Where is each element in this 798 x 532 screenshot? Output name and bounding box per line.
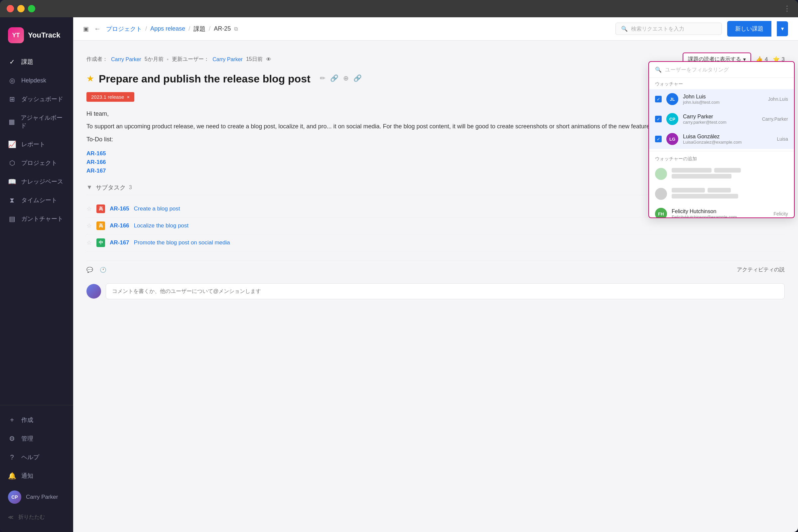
subtask-item: ☆ 高 AR-166 Localize the blog post: [87, 217, 785, 234]
link-icon[interactable]: 🔗: [330, 74, 339, 82]
create-icon: +: [8, 416, 16, 424]
issue-tag[interactable]: 2023.1 release ×: [87, 92, 134, 102]
subtask-item: ☆ 中 AR-167 Promote the blog post on soci…: [87, 234, 785, 251]
user-name: Carry Parker: [26, 494, 58, 500]
page-icon: ▣: [83, 25, 89, 33]
subtask-title-2[interactable]: Localize the blog post: [134, 223, 189, 229]
sidebar-logo: YT YouTrack: [0, 24, 73, 53]
watcher-avatar-felicity: FH: [655, 208, 667, 217]
updater-label: 更新ユーザー：: [172, 56, 209, 63]
subtask-star-2[interactable]: ☆: [87, 222, 92, 229]
watcher-avatar-john: JL: [666, 93, 678, 105]
watcher-add-label: ウォッチャーの追加: [649, 153, 794, 164]
sidebar-item-label: レポート: [21, 140, 45, 148]
subtask-priority-1: 高: [96, 205, 105, 213]
watcher-divider: [649, 151, 794, 151]
blurred-email-1: [672, 174, 732, 178]
history-icon[interactable]: 🕐: [100, 267, 107, 273]
sidebar-item-help[interactable]: ? ヘルプ: [0, 448, 73, 467]
helpdesk-icon: ◎: [8, 76, 16, 84]
sidebar-item-label: Helpdesk: [21, 77, 46, 84]
breadcrumb-section[interactable]: Apps release: [150, 25, 185, 32]
watcher-checkbox-john: ✓: [655, 96, 662, 102]
back-button[interactable]: ←: [94, 25, 101, 33]
minimize-button[interactable]: [17, 5, 25, 12]
creator-link[interactable]: Carry Parker: [111, 57, 141, 62]
watcher-item-carry[interactable]: ✓ CP Carry Parker carry.parker@test.com …: [649, 109, 794, 129]
close-button[interactable]: [7, 5, 14, 12]
tag-close-icon[interactable]: ×: [127, 94, 130, 100]
breadcrumb-type: 課題: [193, 25, 206, 33]
sidebar-collapse-button[interactable]: ≪ 折りたたむ: [0, 509, 73, 525]
sidebar-item-dashboard[interactable]: ⊞ ダッシュボード: [0, 90, 73, 108]
sidebar-item-label: 管理: [21, 435, 33, 442]
avatar: CP: [8, 491, 21, 504]
updated-ago: 15日前: [246, 56, 263, 63]
watcher-avatar-luisa: LG: [666, 133, 678, 145]
subtask-title-1[interactable]: Create a blog post: [134, 206, 180, 212]
watcher-avatar-blurred-1: [655, 168, 667, 180]
subtask-star-1[interactable]: ☆: [87, 205, 92, 212]
sidebar: YT YouTrack ✓ 課題 ◎ Helpdesk ⊞ ダッシュボード ▦: [0, 17, 73, 532]
watcher-login-felicity: Felicity: [773, 211, 788, 216]
blurred-name-1: [672, 168, 711, 173]
watcher-item-luisa[interactable]: ✓ LG Luisa González LuisaGonzalez@exampl…: [649, 129, 794, 149]
sidebar-item-timesheet[interactable]: ⧗ タイムシート: [0, 191, 73, 209]
new-issue-dropdown-button[interactable]: ▾: [777, 21, 788, 36]
maximize-button[interactable]: [28, 5, 35, 12]
watcher-login-carry: Carry.Parker: [762, 116, 788, 122]
breadcrumb-project[interactable]: プロジェクト: [106, 25, 142, 33]
edit-icon[interactable]: ✏: [320, 74, 325, 82]
logo-text: YouTrack: [28, 31, 60, 40]
sidebar-item-gantt[interactable]: ▤ ガントチャート: [0, 209, 73, 228]
comment-icon[interactable]: 💬: [87, 267, 93, 273]
sidebar-item-projects[interactable]: ⬡ プロジェクト: [0, 154, 73, 172]
titlebar: ⋮: [0, 0, 798, 17]
reports-icon: 📈: [8, 140, 16, 148]
sidebar-bottom: + 作成 ⚙ 管理 ? ヘルプ 🔔 通知 CP Carry Parker: [0, 405, 73, 525]
subtasks-label: サブタスク: [96, 184, 126, 191]
comment-input-row: [87, 283, 785, 299]
share-icon[interactable]: 🔗: [354, 74, 362, 82]
watcher-list: ウォッチャー ✓ JL John Luis john.luis@test.com…: [649, 78, 794, 217]
sidebar-item-helpdesk[interactable]: ◎ Helpdesk: [0, 71, 73, 90]
subtask-star-3[interactable]: ☆: [87, 239, 92, 246]
comment-input[interactable]: [106, 283, 785, 299]
sidebar-item-admin[interactable]: ⚙ 管理: [0, 429, 73, 448]
subtask-title-3[interactable]: Promote the blog post on social media: [134, 240, 230, 246]
watcher-item-felicity[interactable]: FH Felicity Hutchinson FelicityHutchinso…: [649, 204, 794, 217]
copy-icon[interactable]: ⧉: [234, 26, 238, 32]
subtasks-count: 3: [129, 185, 132, 191]
watcher-search-input[interactable]: [665, 67, 788, 73]
subtask-id-3[interactable]: AR-167: [110, 240, 129, 246]
app-body: YT YouTrack ✓ 課題 ◎ Helpdesk ⊞ ダッシュボード ▦: [0, 17, 798, 532]
sidebar-user[interactable]: CP Carry Parker: [0, 485, 73, 509]
watcher-email-john: john.luis@test.com: [683, 100, 763, 105]
created-ago: 5か月前: [145, 56, 164, 63]
search-bar[interactable]: 🔍: [615, 23, 722, 35]
eye-icon: 👁: [266, 57, 271, 62]
watcher-item-john[interactable]: ✓ JL John Luis john.luis@test.com John.L…: [649, 89, 794, 109]
sidebar-item-issues[interactable]: ✓ 課題: [0, 53, 73, 71]
sidebar-item-agile[interactable]: ▦ アジャイルボード: [0, 108, 73, 135]
sidebar-item-label: 作成: [21, 416, 33, 424]
search-input[interactable]: [631, 26, 716, 32]
sidebar-item-label: アジャイルボード: [21, 114, 65, 130]
tag-label: 2023.1 release: [91, 94, 124, 100]
issue-star-icon[interactable]: ★: [87, 74, 94, 84]
new-issue-button[interactable]: 新しい課題: [727, 21, 772, 37]
watcher-blurred-2: [649, 184, 794, 204]
sidebar-item-knowledge[interactable]: 📖 ナレッジベース: [0, 172, 73, 191]
sidebar-item-create[interactable]: + 作成: [0, 411, 73, 429]
attach-icon[interactable]: ⊕: [343, 74, 349, 82]
watcher-info-carry: Carry Parker carry.parker@test.com: [683, 114, 757, 125]
watcher-search: 🔍: [649, 62, 794, 78]
subtask-id-1[interactable]: AR-165: [110, 206, 129, 212]
sidebar-item-notifications[interactable]: 🔔 通知: [0, 467, 73, 485]
updater-link[interactable]: Carry Parker: [212, 57, 243, 62]
sidebar-item-reports[interactable]: 📈 レポート: [0, 135, 73, 154]
subtask-id-2[interactable]: AR-166: [110, 223, 129, 229]
watcher-login-luisa: Luisa: [777, 136, 788, 141]
more-options-icon[interactable]: ⋮: [783, 4, 791, 13]
subtasks-collapse-icon[interactable]: ▼: [87, 184, 92, 191]
